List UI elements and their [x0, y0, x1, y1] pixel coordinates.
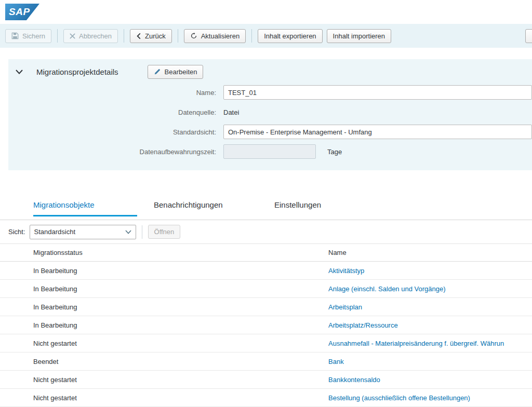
row-status: In Bearbeitung [25, 285, 320, 293]
row-name-link[interactable]: Ausnahmefall - Materialpreisänderung f. … [328, 340, 504, 347]
view-select[interactable]: Standardsicht [30, 225, 136, 239]
datasource-label: Datenquelle: [8, 108, 223, 116]
row-name-link[interactable]: Bank [328, 358, 344, 365]
datasource-value: Datei [223, 108, 239, 116]
row-name-link[interactable]: Bankkontensaldo [328, 376, 380, 384]
edit-button-label: Bearbeiten [165, 68, 197, 76]
cancel-button: Abbrechen [63, 29, 118, 43]
tab-migrationsobjekte[interactable]: Migrationsobjekte [33, 195, 137, 216]
refresh-button[interactable]: Aktualisieren [184, 29, 246, 43]
tab-label: Benachrichtigungen [154, 200, 223, 209]
table-header-row: Migrationsstatus Name [0, 244, 532, 262]
top-strip: SAP [0, 0, 532, 24]
toolbar-divider [142, 225, 142, 239]
panel-header: Migrationsprojektdetails Bearbeiten [8, 59, 532, 84]
row-status: In Bearbeitung [25, 303, 320, 311]
row-name-link[interactable]: Arbeitsplan [328, 303, 362, 311]
panel-title: Migrationsprojektdetails [36, 67, 118, 76]
chevron-down-icon [125, 228, 131, 236]
row-status: Beendet [25, 358, 320, 365]
name-input[interactable] [223, 85, 532, 100]
row-status: In Bearbeitung [25, 267, 320, 275]
view-select-value: Standardsicht [34, 228, 76, 236]
tab-label: Migrationsobjekte [33, 200, 95, 209]
table-row[interactable]: Nicht gestartet Bankkontensaldo [0, 371, 532, 389]
toolbar-divider [178, 29, 178, 43]
table-row[interactable]: In Bearbeitung Arbeitsplan [0, 298, 532, 316]
project-form: Name: Datenquelle: Datei Standardsicht: … [8, 85, 532, 159]
form-row-name: Name: [8, 85, 532, 100]
form-row-datasource: Datenquelle: Datei [8, 105, 532, 119]
open-button: Öffnen [148, 225, 181, 239]
open-button-label: Öffnen [154, 228, 175, 236]
row-status: Nicht gestartet [25, 340, 320, 347]
row-name-link[interactable]: Aktivitätstyp [328, 267, 364, 275]
collapse-panel-chevron-icon[interactable] [16, 70, 23, 74]
default-view-input[interactable] [223, 125, 532, 139]
table-row[interactable]: Beendet Bank [0, 352, 532, 371]
chevron-left-icon [136, 33, 141, 39]
form-row-default-view: Standardsicht: [8, 125, 532, 139]
row-name-link[interactable]: Bestellung (ausschließlich offene Bestel… [328, 394, 470, 402]
name-column-header[interactable]: Name [320, 249, 532, 256]
retention-suffix: Tage [327, 148, 342, 156]
retention-label: Datenaufbewahrungszeit: [8, 148, 223, 156]
back-button[interactable]: Zurück [130, 29, 172, 43]
import-content-button[interactable]: Inhalt importieren [327, 29, 391, 43]
sap-logo-text: SAP [9, 6, 30, 18]
sap-logo: SAP [5, 4, 39, 20]
save-button-label: Sichern [22, 32, 45, 40]
row-status: In Bearbeitung [25, 321, 320, 329]
project-details-panel: Migrationsprojektdetails Bearbeiten Name… [8, 59, 532, 170]
refresh-icon [190, 32, 197, 39]
cancel-icon [70, 33, 75, 39]
save-icon [11, 32, 19, 39]
toolbar-divider [124, 29, 124, 43]
form-row-retention: Datenaufbewahrungszeit: Tage [8, 144, 532, 159]
table-row[interactable]: In Bearbeitung Anlage (einschl. Salden u… [0, 280, 532, 298]
row-name-link[interactable]: Anlage (einschl. Salden und Vorgänge) [328, 285, 446, 293]
toolbar-overflow-button[interactable] [525, 29, 532, 43]
default-view-label: Standardsicht: [8, 128, 223, 136]
view-label: Sicht: [8, 228, 25, 236]
tab-label: Einstellungen [274, 200, 321, 209]
export-content-button[interactable]: Inhalt exportieren [258, 29, 322, 43]
pencil-icon [154, 68, 161, 75]
table-row[interactable]: Nicht gestartet Ausnahmefall - Materialp… [0, 334, 532, 352]
migration-objects-table: Sicht: Standardsicht Öffnen Migrationsst… [0, 220, 532, 407]
save-button: Sichern [5, 29, 51, 43]
cancel-button-label: Abbrechen [79, 32, 112, 40]
tab-benachrichtigungen[interactable]: Benachrichtigungen [154, 195, 258, 216]
table-row[interactable]: In Bearbeitung Aktivitätstyp [0, 262, 532, 280]
import-button-label: Inhalt importieren [333, 32, 385, 40]
table-body: In Bearbeitung Aktivitätstyp In Bearbeit… [0, 262, 532, 407]
row-status: Nicht gestartet [25, 376, 320, 384]
name-label: Name: [8, 89, 223, 97]
row-name-link[interactable]: Arbeitsplatz/Ressource [328, 321, 398, 329]
table-row[interactable]: In Bearbeitung Arbeitsplatz/Ressource [0, 316, 532, 334]
table-toolbar: Sicht: Standardsicht Öffnen [0, 220, 532, 244]
tab-einstellungen[interactable]: Einstellungen [274, 195, 378, 216]
row-status: Nicht gestartet [25, 394, 320, 402]
status-column-header[interactable]: Migrationsstatus [25, 249, 320, 256]
retention-input [223, 144, 316, 159]
edit-button[interactable]: Bearbeiten [148, 65, 204, 79]
refresh-button-label: Aktualisieren [201, 32, 240, 40]
back-button-label: Zurück [145, 32, 166, 40]
toolbar-divider [57, 29, 58, 43]
main-toolbar: Sichern Abbrechen Zurück Aktualisieren I… [0, 24, 532, 48]
toolbar-divider [251, 29, 252, 43]
table-row[interactable]: Nicht gestartet Bestellung (ausschließli… [0, 389, 532, 407]
tab-strip: Migrationsobjekte Benachrichtigungen Ein… [33, 195, 532, 216]
export-button-label: Inhalt exportieren [264, 32, 316, 40]
